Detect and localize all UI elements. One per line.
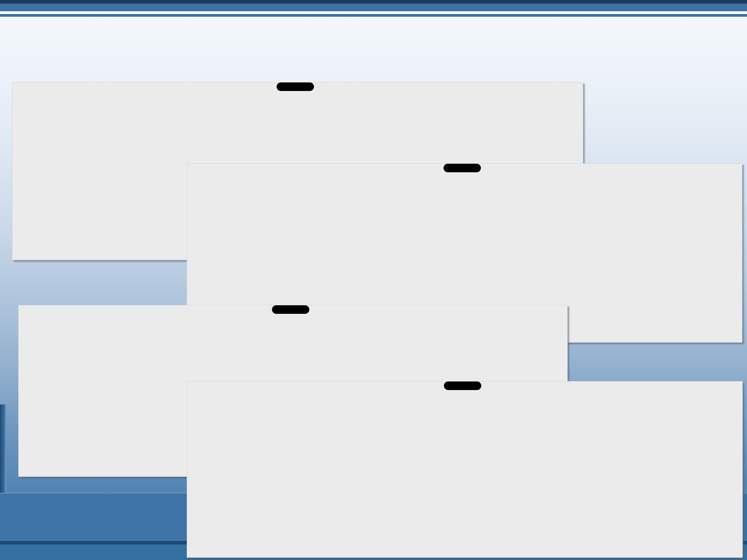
plot-area <box>187 382 304 440</box>
redacted-hostname <box>272 305 309 314</box>
chart-panel-yearly <box>187 381 743 558</box>
redacted-hostname <box>444 382 481 390</box>
plot-area <box>187 164 304 222</box>
header-blue-band <box>0 4 747 11</box>
header-white-line <box>0 11 747 14</box>
header-navy-band <box>0 0 747 4</box>
redacted-hostname <box>277 82 314 91</box>
left-accent-bar <box>0 404 6 493</box>
plot-area <box>19 305 135 364</box>
redacted-hostname <box>444 164 481 172</box>
header-blue-band-2 <box>0 14 747 17</box>
presentation-slide <box>0 0 747 560</box>
plot-area <box>12 82 129 141</box>
